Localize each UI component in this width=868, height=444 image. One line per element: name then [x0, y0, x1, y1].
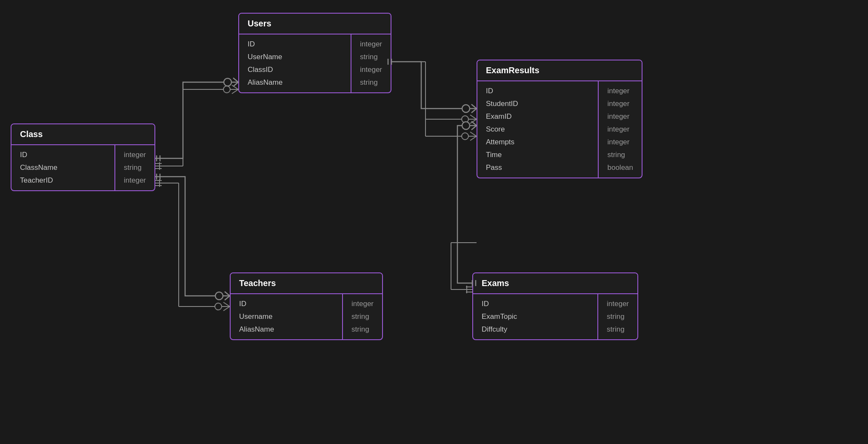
examresults-field-examid: ExamID: [486, 110, 589, 123]
teachers-type-id: integer: [351, 298, 374, 310]
examresults-field-score: Score: [486, 123, 589, 136]
svg-line-55: [471, 126, 477, 130]
users-title: Users: [248, 19, 271, 28]
class-table: Class ID ClassName TeacherID integer str…: [11, 123, 155, 191]
examresults-table-header: ExamResults: [477, 60, 642, 81]
svg-line-24: [470, 119, 477, 123]
examresults-field-attempts: Attempts: [486, 136, 589, 149]
svg-line-46: [225, 292, 230, 296]
svg-point-43: [224, 78, 231, 86]
svg-line-54: [471, 121, 477, 126]
examresults-field-id: ID: [486, 85, 589, 97]
teachers-field-aliasname: AliasName: [239, 323, 334, 336]
users-table-header: Users: [239, 14, 391, 34]
examresults-title: ExamResults: [486, 66, 540, 75]
users-type-id: integer: [360, 38, 382, 51]
svg-point-56: [462, 122, 470, 129]
class-field-id: ID: [20, 149, 106, 161]
class-table-header: Class: [11, 124, 154, 145]
users-table: Users ID UserName ClassID AliasName inte…: [238, 13, 391, 93]
users-field-id: ID: [248, 38, 342, 51]
examresults-type-pass: boolean: [607, 161, 633, 174]
svg-line-47: [225, 296, 230, 300]
teachers-table: Teachers ID Username AliasName integer s…: [230, 272, 383, 340]
examresults-type-studentid: integer: [607, 97, 633, 110]
exams-table-header: Exams: [473, 273, 637, 294]
teachers-title: Teachers: [239, 278, 276, 288]
exams-type-id: integer: [607, 298, 629, 310]
class-type-classname: string: [124, 161, 146, 174]
svg-point-31: [462, 133, 468, 140]
teachers-type-username: string: [351, 310, 374, 323]
exams-table: Exams ID ExamTopic Diffculty integer str…: [472, 272, 638, 340]
exams-field-difficulty: Diffculty: [482, 323, 589, 336]
connector-svg: [0, 0, 868, 444]
svg-line-51: [471, 104, 477, 109]
examresults-field-time: Time: [486, 149, 589, 161]
svg-line-29: [470, 132, 477, 136]
teachers-type-aliasname: string: [351, 323, 374, 336]
class-field-teacherid: TeacherID: [20, 174, 106, 187]
class-type-id: integer: [124, 149, 146, 161]
users-field-classid: ClassID: [248, 63, 342, 76]
er-diagram-canvas: Users ID UserName ClassID AliasName inte…: [0, 0, 868, 444]
svg-point-5: [223, 86, 230, 93]
svg-line-30: [470, 136, 477, 140]
examresults-field-studentid: StudentID: [486, 97, 589, 110]
class-field-classname: ClassName: [20, 161, 106, 174]
examresults-field-pass: Pass: [486, 161, 589, 174]
examresults-type-time: string: [607, 149, 633, 161]
teachers-field-username: Username: [239, 310, 334, 323]
exams-field-examtopic: ExamTopic: [482, 310, 589, 323]
examresults-table: ExamResults ID StudentID ExamID Score At…: [477, 60, 642, 178]
users-type-classid: integer: [360, 63, 382, 76]
svg-point-25: [462, 116, 468, 123]
teachers-field-id: ID: [239, 298, 334, 310]
svg-point-53: [462, 105, 470, 112]
svg-point-48: [215, 292, 223, 300]
svg-line-4: [232, 89, 238, 94]
svg-line-23: [470, 115, 477, 119]
examresults-type-id: integer: [607, 85, 633, 97]
exams-title: Exams: [482, 278, 509, 288]
exams-type-difficulty: string: [607, 323, 629, 336]
svg-line-3: [232, 85, 238, 89]
exams-field-id: ID: [482, 298, 589, 310]
class-title: Class: [20, 129, 43, 139]
examresults-type-attempts: integer: [607, 136, 633, 149]
users-field-aliasname: AliasName: [248, 76, 342, 89]
svg-line-52: [471, 109, 477, 113]
svg-line-38: [471, 238, 477, 243]
exams-type-examtopic: string: [607, 310, 629, 323]
users-type-username: string: [360, 51, 382, 63]
svg-line-41: [233, 78, 238, 82]
svg-point-14: [215, 303, 222, 310]
svg-line-12: [223, 302, 230, 307]
relationship-lines: [0, 0, 868, 444]
examresults-type-score: integer: [607, 123, 633, 136]
users-field-username: UserName: [248, 51, 342, 63]
svg-line-13: [223, 307, 230, 311]
svg-line-42: [233, 82, 238, 86]
users-type-aliasname: string: [360, 76, 382, 89]
teachers-table-header: Teachers: [231, 273, 382, 294]
class-type-teacherid: integer: [124, 174, 146, 187]
examresults-type-examid: integer: [607, 110, 633, 123]
